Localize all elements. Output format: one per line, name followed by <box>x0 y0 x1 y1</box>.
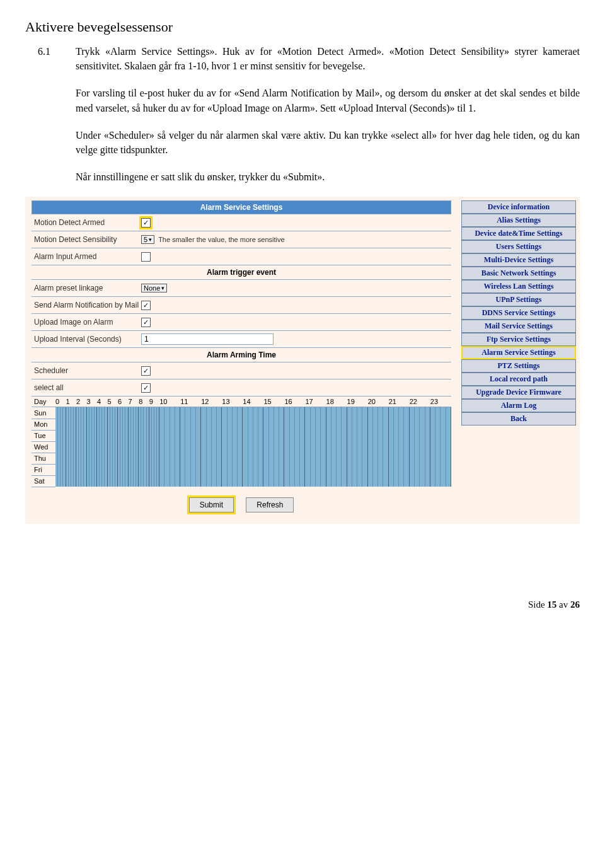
schedule-cell[interactable] <box>263 419 284 430</box>
schedule-cell[interactable] <box>129 464 139 475</box>
schedule-cell[interactable] <box>305 407 326 419</box>
schedule-cell[interactable] <box>389 453 410 464</box>
schedule-cell[interactable] <box>149 419 160 430</box>
schedule-cell[interactable] <box>201 430 222 441</box>
schedule-cell[interactable] <box>284 475 305 487</box>
schedule-cell[interactable] <box>430 464 451 475</box>
schedule-cell[interactable] <box>243 453 263 464</box>
submit-button[interactable]: Submit <box>189 497 234 512</box>
schedule-cell[interactable] <box>118 419 129 430</box>
schedule-cell[interactable] <box>201 441 222 453</box>
schedule-cell[interactable] <box>410 464 430 475</box>
schedule-cell[interactable] <box>430 441 451 453</box>
schedule-cell[interactable] <box>243 475 263 487</box>
schedule-cell[interactable] <box>180 441 201 453</box>
menu-item-wireless-lan-settings[interactable]: Wireless Lan Settings <box>461 280 576 293</box>
schedule-cell[interactable] <box>389 475 410 487</box>
schedule-cell[interactable] <box>139 441 149 453</box>
schedule-cell[interactable] <box>201 407 222 419</box>
refresh-button[interactable]: Refresh <box>246 497 294 512</box>
schedule-cell[interactable] <box>180 475 201 487</box>
menu-item-ftp-service-settings[interactable]: Ftp Service Settings <box>461 333 576 346</box>
schedule-cell[interactable] <box>410 419 430 430</box>
schedule-cell[interactable] <box>180 430 201 441</box>
menu-item-alias-settings[interactable]: Alias Settings <box>461 214 576 227</box>
schedule-cell[interactable] <box>180 464 201 475</box>
schedule-cell[interactable] <box>55 407 66 419</box>
schedule-cell[interactable] <box>347 407 368 419</box>
schedule-cell[interactable] <box>222 475 243 487</box>
schedule-cell[interactable] <box>108 453 118 464</box>
schedule-cell[interactable] <box>326 441 347 453</box>
schedule-cell[interactable] <box>139 407 149 419</box>
schedule-cell[interactable] <box>326 419 347 430</box>
schedule-cell[interactable] <box>76 441 87 453</box>
schedule-cell[interactable] <box>97 441 108 453</box>
input-upload-interval[interactable]: 1 <box>141 333 274 345</box>
schedule-cell[interactable] <box>347 475 368 487</box>
schedule-cell[interactable] <box>389 419 410 430</box>
schedule-cell[interactable] <box>305 464 326 475</box>
schedule-cell[interactable] <box>430 453 451 464</box>
schedule-cell[interactable] <box>149 475 160 487</box>
schedule-cell[interactable] <box>326 430 347 441</box>
schedule-cell[interactable] <box>263 407 284 419</box>
schedule-cell[interactable] <box>55 453 66 464</box>
schedule-cell[interactable] <box>410 453 430 464</box>
schedule-cell[interactable] <box>159 430 180 441</box>
schedule-cell[interactable] <box>55 475 66 487</box>
schedule-cell[interactable] <box>180 407 201 419</box>
schedule-cell[interactable] <box>66 430 77 441</box>
schedule-cell[interactable] <box>76 430 87 441</box>
schedule-cell[interactable] <box>55 430 66 441</box>
schedule-cell[interactable] <box>222 453 243 464</box>
schedule-cell[interactable] <box>66 407 77 419</box>
menu-item-alarm-log[interactable]: Alarm Log <box>461 399 576 412</box>
schedule-cell[interactable] <box>326 475 347 487</box>
schedule-cell[interactable] <box>159 475 180 487</box>
schedule-cell[interactable] <box>108 430 118 441</box>
schedule-cell[interactable] <box>87 407 98 419</box>
schedule-cell[interactable] <box>430 430 451 441</box>
schedule-cell[interactable] <box>149 441 160 453</box>
schedule-cell[interactable] <box>389 464 410 475</box>
menu-item-back[interactable]: Back <box>461 412 576 425</box>
schedule-cell[interactable] <box>263 475 284 487</box>
schedule-cell[interactable] <box>368 453 389 464</box>
schedule-cell[interactable] <box>305 453 326 464</box>
select-preset-linkage[interactable]: None ▾ <box>141 284 167 292</box>
schedule-cell[interactable] <box>118 453 129 464</box>
schedule-cell[interactable] <box>368 441 389 453</box>
schedule-cell[interactable] <box>129 430 139 441</box>
schedule-cell[interactable] <box>243 407 263 419</box>
schedule-cell[interactable] <box>55 464 66 475</box>
schedule-cell[interactable] <box>430 475 451 487</box>
schedule-cell[interactable] <box>118 430 129 441</box>
schedule-cell[interactable] <box>368 475 389 487</box>
schedule-cell[interactable] <box>284 464 305 475</box>
schedule-cell[interactable] <box>139 419 149 430</box>
schedule-cell[interactable] <box>284 419 305 430</box>
checkbox-alarm-input-armed[interactable] <box>141 252 151 262</box>
schedule-cell[interactable] <box>159 407 180 419</box>
schedule-cell[interactable] <box>159 453 180 464</box>
schedule-cell[interactable] <box>97 464 108 475</box>
schedule-cell[interactable] <box>76 407 87 419</box>
checkbox-scheduler[interactable]: ✓ <box>141 366 151 376</box>
schedule-cell[interactable] <box>410 441 430 453</box>
schedule-cell[interactable] <box>389 407 410 419</box>
schedule-cell[interactable] <box>149 430 160 441</box>
schedule-cell[interactable] <box>368 419 389 430</box>
schedule-cell[interactable] <box>222 407 243 419</box>
schedule-cell[interactable] <box>180 453 201 464</box>
menu-item-alarm-service-settings[interactable]: Alarm Service Settings <box>461 346 576 359</box>
schedule-cell[interactable] <box>347 441 368 453</box>
menu-item-mail-service-settings[interactable]: Mail Service Settings <box>461 320 576 333</box>
schedule-cell[interactable] <box>108 407 118 419</box>
schedule-cell[interactable] <box>55 441 66 453</box>
schedule-cell[interactable] <box>76 464 87 475</box>
schedule-cell[interactable] <box>139 475 149 487</box>
schedule-cell[interactable] <box>66 419 77 430</box>
schedule-cell[interactable] <box>108 441 118 453</box>
schedule-cell[interactable] <box>222 464 243 475</box>
